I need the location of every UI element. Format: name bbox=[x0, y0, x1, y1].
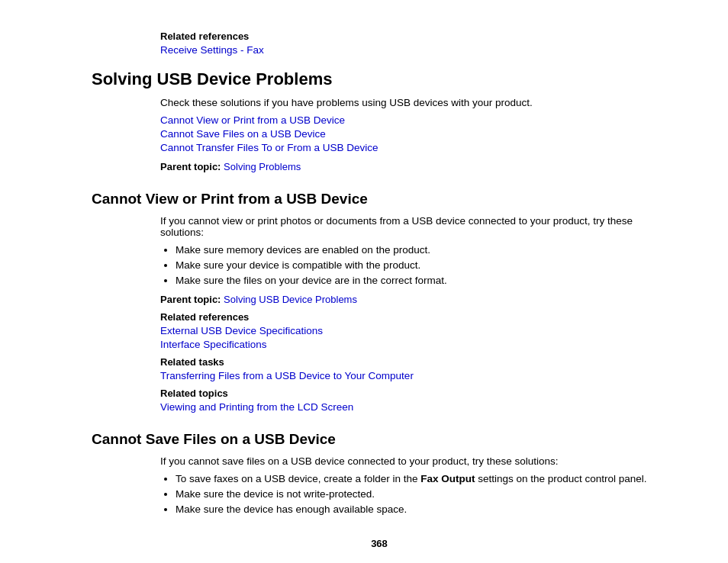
bullet-item: Make sure the device is not write-protec… bbox=[176, 488, 667, 500]
bullet-item: Make sure the files on your device are i… bbox=[176, 275, 667, 286]
cannot-view-parent-topic: Parent topic: Solving USB Device Problem… bbox=[160, 294, 667, 305]
viewing-printing-lcd-link[interactable]: Viewing and Printing from the LCD Screen bbox=[160, 401, 353, 413]
cannot-view-intro: If you cannot view or print photos or do… bbox=[160, 215, 667, 238]
bullet-item: Make sure the device has enough availabl… bbox=[176, 503, 667, 515]
cannot-save-intro: If you cannot save files on a USB device… bbox=[160, 455, 667, 467]
related-references-label: Related references bbox=[160, 311, 667, 323]
cannot-save-heading: Cannot Save Files on a USB Device bbox=[92, 431, 667, 448]
page-number: 368 bbox=[92, 538, 667, 549]
transferring-files-link[interactable]: Transferring Files from a USB Device to … bbox=[160, 370, 414, 381]
fax-output-bold: Fax Output bbox=[420, 473, 475, 484]
cannot-view-print-link[interactable]: Cannot View or Print from a USB Device bbox=[160, 114, 345, 126]
interface-spec-link[interactable]: Interface Specifications bbox=[160, 339, 267, 350]
top-related-references-label: Related references bbox=[160, 31, 667, 42]
cannot-view-heading: Cannot View or Print from a USB Device bbox=[92, 191, 667, 208]
cannot-view-bullets: Make sure memory devices are enabled on … bbox=[176, 244, 667, 286]
solving-usb-problems-link[interactable]: Solving USB Device Problems bbox=[224, 294, 357, 305]
solving-usb-heading: Solving USB Device Problems bbox=[92, 69, 667, 89]
cannot-save-bullets: To save faxes on a USB device, create a … bbox=[176, 473, 667, 515]
related-tasks-label: Related tasks bbox=[160, 356, 667, 368]
bullet-item: Make sure your device is compatible with… bbox=[176, 259, 667, 271]
bullet-item: To save faxes on a USB device, create a … bbox=[176, 473, 667, 484]
related-topics-label: Related topics bbox=[160, 388, 667, 399]
external-usb-spec-link[interactable]: External USB Device Specifications bbox=[160, 325, 323, 336]
receive-settings-fax-link[interactable]: Receive Settings - Fax bbox=[160, 44, 264, 56]
cannot-transfer-files-link[interactable]: Cannot Transfer Files To or From a USB D… bbox=[160, 142, 378, 153]
solving-problems-link[interactable]: Solving Problems bbox=[224, 161, 301, 172]
cannot-save-files-link[interactable]: Cannot Save Files on a USB Device bbox=[160, 128, 326, 140]
bullet-item: Make sure memory devices are enabled on … bbox=[176, 244, 667, 256]
solving-parent-topic: Parent topic: Solving Problems bbox=[160, 161, 667, 172]
solving-usb-intro: Check these solutions if you have proble… bbox=[160, 97, 667, 108]
